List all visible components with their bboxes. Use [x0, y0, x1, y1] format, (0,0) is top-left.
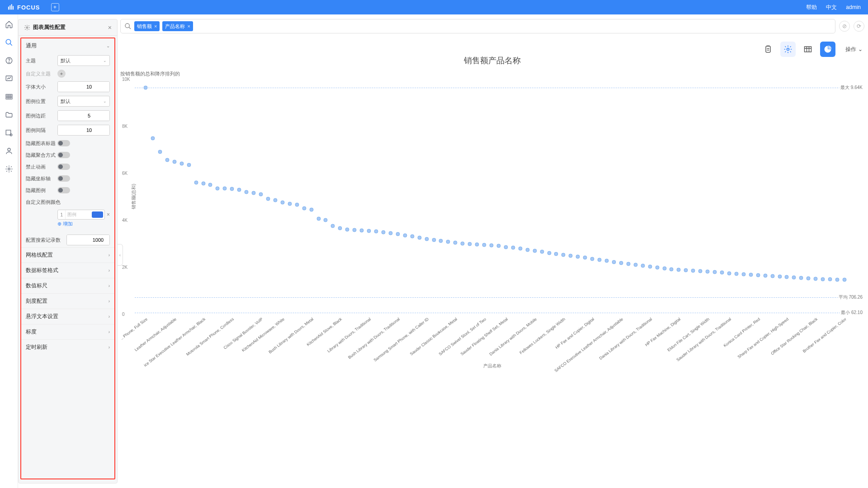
data-point[interactable] [749, 272, 753, 277]
data-point[interactable] [504, 245, 508, 249]
data-point[interactable] [345, 227, 349, 231]
data-point[interactable] [187, 163, 191, 167]
new-tab-button[interactable]: + [51, 3, 59, 11]
hide-agg-toggle[interactable] [57, 152, 70, 158]
data-point[interactable] [648, 264, 652, 268]
data-point[interactable] [785, 275, 789, 279]
data-point[interactable] [540, 250, 544, 254]
data-point[interactable] [172, 160, 176, 164]
search-chip-1[interactable]: 销售额× [134, 21, 160, 31]
data-point[interactable] [619, 261, 623, 265]
settings-button[interactable] [780, 42, 796, 57]
data-point[interactable] [201, 182, 205, 186]
section-general-header[interactable]: 通用 ⌄ [21, 38, 114, 53]
search-chip-2[interactable]: 产品名称× [162, 21, 193, 31]
chart-type-button[interactable] [820, 42, 835, 57]
data-point[interactable] [706, 270, 710, 274]
data-point[interactable] [720, 271, 724, 275]
data-point[interactable] [302, 206, 306, 211]
theme-select[interactable]: 默认⌄ [57, 55, 110, 66]
data-point[interactable] [612, 260, 616, 264]
color-swatch[interactable] [92, 211, 103, 218]
rail-manage[interactable] [5, 128, 14, 137]
section-collapsed[interactable]: 数据标签格式› [21, 263, 114, 278]
data-point[interactable] [165, 158, 169, 162]
data-point[interactable] [309, 207, 313, 211]
data-point[interactable] [179, 162, 184, 166]
data-point[interactable] [151, 136, 155, 141]
data-point[interactable] [353, 228, 357, 232]
legend-pos-select[interactable]: 默认⌄ [57, 96, 110, 107]
data-point[interactable] [223, 186, 227, 190]
data-point[interactable] [684, 268, 688, 272]
data-point[interactable] [216, 186, 220, 190]
clear-search-button[interactable]: ⊘ [839, 21, 850, 32]
chip-remove-icon[interactable]: × [154, 23, 157, 29]
data-point[interactable] [324, 218, 328, 222]
data-point[interactable] [446, 239, 450, 244]
data-point[interactable] [821, 277, 825, 281]
data-point[interactable] [641, 263, 645, 267]
rail-folder[interactable] [5, 110, 14, 119]
data-point[interactable] [432, 238, 436, 242]
legend-gap-input[interactable]: +− [57, 125, 110, 136]
data-point[interactable] [259, 192, 263, 196]
data-point[interactable] [626, 262, 630, 266]
data-point[interactable] [425, 237, 429, 241]
legend-remove-button[interactable]: × [107, 211, 110, 218]
data-point[interactable] [468, 242, 472, 246]
data-point[interactable] [677, 268, 681, 272]
data-point[interactable] [208, 183, 212, 187]
hide-axis-toggle[interactable] [57, 175, 70, 182]
data-point[interactable] [482, 243, 486, 247]
data-point[interactable] [569, 254, 573, 258]
chart-plot[interactable]: 销售额(总和) 10K8K6K4K2K0最大 9.64K平均 706.26最小 … [135, 79, 861, 314]
data-point[interactable] [583, 256, 587, 260]
add-legend-button[interactable]: ⊕ 增加 [21, 220, 114, 230]
refresh-button[interactable]: ⟳ [854, 21, 864, 32]
data-point[interactable] [547, 251, 551, 255]
legend-color-input[interactable]: 1 图例 [57, 210, 105, 220]
data-point[interactable] [331, 224, 335, 228]
panel-close-button[interactable]: × [108, 24, 112, 31]
lang-link[interactable]: 中文 [826, 4, 837, 11]
section-collapsed[interactable]: 悬浮文本设置› [21, 309, 114, 324]
data-point[interactable] [698, 269, 703, 273]
rail-help[interactable] [5, 56, 14, 65]
data-point[interactable] [727, 271, 731, 275]
data-point[interactable] [367, 229, 371, 233]
hide-title-toggle[interactable] [57, 140, 70, 146]
data-point[interactable] [741, 272, 745, 276]
user-link[interactable]: admin [846, 4, 861, 10]
section-collapsed[interactable]: 数值标尺› [21, 278, 114, 293]
data-point[interactable] [670, 267, 674, 272]
data-point[interactable] [295, 203, 299, 207]
data-point[interactable] [245, 190, 249, 194]
data-point[interactable] [280, 201, 284, 205]
section-collapsed[interactable]: 标度› [21, 324, 114, 339]
data-point[interactable] [792, 275, 796, 279]
legend-margin-input[interactable]: +− [57, 110, 110, 121]
add-custom-theme-button[interactable]: + [57, 70, 66, 78]
data-point[interactable] [417, 236, 421, 240]
section-collapsed[interactable]: 网格线配置› [21, 247, 114, 263]
data-point[interactable] [843, 278, 847, 282]
search-box[interactable]: 销售额× 产品名称× [120, 19, 835, 33]
rail-home[interactable] [5, 20, 14, 29]
data-point[interactable] [756, 273, 760, 277]
data-point[interactable] [461, 242, 465, 246]
data-point[interactable] [835, 277, 840, 282]
data-point[interactable] [158, 150, 162, 154]
data-point[interactable] [230, 187, 234, 191]
data-point[interactable] [338, 226, 342, 230]
font-size-input[interactable]: px +− [57, 81, 110, 92]
data-point[interactable] [561, 253, 566, 257]
data-point[interactable] [381, 230, 385, 235]
data-point[interactable] [814, 277, 818, 281]
data-point[interactable] [763, 273, 767, 277]
data-point[interactable] [475, 243, 479, 247]
data-point[interactable] [439, 239, 443, 243]
data-point[interactable] [734, 272, 738, 276]
data-point[interactable] [598, 258, 602, 262]
rail-search[interactable] [5, 38, 14, 47]
